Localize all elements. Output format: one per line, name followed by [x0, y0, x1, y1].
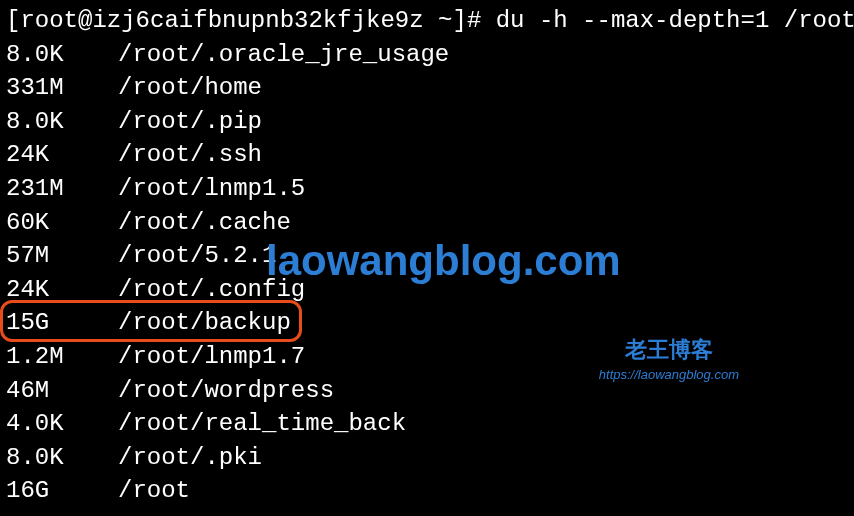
path-value: /root/lnmp1.5	[118, 172, 305, 206]
output-line: 331M/root/home	[6, 71, 848, 105]
output-line: 1.2M/root/lnmp1.7	[6, 340, 848, 374]
output-line: 46M/root/wordpress	[6, 374, 848, 408]
size-value: 46M	[6, 374, 118, 408]
terminal-output: 8.0K/root/.oracle_jre_usage331M/root/hom…	[6, 38, 848, 508]
size-value: 15G	[6, 306, 118, 340]
size-value: 8.0K	[6, 105, 118, 139]
size-value: 1.2M	[6, 340, 118, 374]
path-value: /root/.config	[118, 273, 305, 307]
path-value: /root/lnmp1.7	[118, 340, 305, 374]
path-value: /root/.pki	[118, 441, 262, 475]
path-value: /root/real_time_back	[118, 407, 406, 441]
output-line: 60K/root/.cache	[6, 206, 848, 240]
path-value: /root/5.2.1	[118, 239, 276, 273]
path-value: /root/.ssh	[118, 138, 262, 172]
output-line: 24K/root/.config	[6, 273, 848, 307]
size-value: 24K	[6, 138, 118, 172]
output-line: 15G/root/backup	[6, 306, 848, 340]
output-line: 8.0K/root/.pki	[6, 441, 848, 475]
path-value: /root/wordpress	[118, 374, 334, 408]
output-line: 8.0K/root/.pip	[6, 105, 848, 139]
size-value: 331M	[6, 71, 118, 105]
size-value: 57M	[6, 239, 118, 273]
output-line: 8.0K/root/.oracle_jre_usage	[6, 38, 848, 72]
output-line: 231M/root/lnmp1.5	[6, 172, 848, 206]
path-value: /root/.pip	[118, 105, 262, 139]
path-value: /root/backup	[118, 306, 291, 340]
size-value: 4.0K	[6, 407, 118, 441]
terminal-prompt-line: [root@izj6caifbnupnb32kfjke9z ~]# du -h …	[6, 4, 848, 38]
size-value: 231M	[6, 172, 118, 206]
output-line: 4.0K/root/real_time_back	[6, 407, 848, 441]
path-value: /root/home	[118, 71, 262, 105]
output-line: 16G/root	[6, 474, 848, 508]
size-value: 8.0K	[6, 38, 118, 72]
size-value: 60K	[6, 206, 118, 240]
path-value: /root	[118, 474, 190, 508]
output-line: 24K/root/.ssh	[6, 138, 848, 172]
size-value: 24K	[6, 273, 118, 307]
size-value: 8.0K	[6, 441, 118, 475]
output-line: 57M/root/5.2.1	[6, 239, 848, 273]
path-value: /root/.oracle_jre_usage	[118, 38, 449, 72]
path-value: /root/.cache	[118, 206, 291, 240]
size-value: 16G	[6, 474, 118, 508]
